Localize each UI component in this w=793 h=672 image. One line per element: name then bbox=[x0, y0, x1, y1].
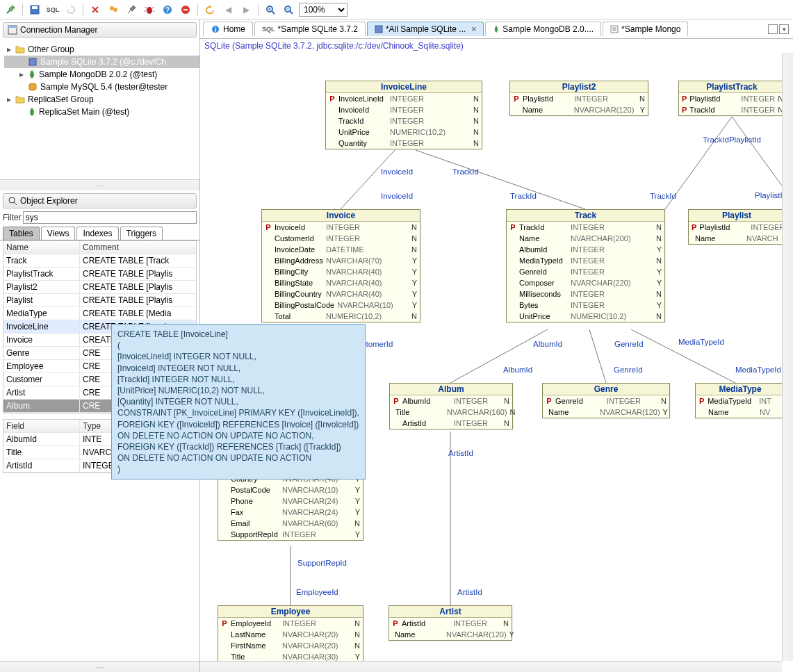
tree-toggle-icon[interactable]: ▸ bbox=[18, 69, 25, 79]
er-table-playlisttrack[interactable]: PlaylistTrackPPlaylistIdINTEGERNPTrackId… bbox=[678, 81, 785, 116]
svg-line-25 bbox=[450, 329, 548, 383]
refresh-icon[interactable] bbox=[63, 2, 79, 17]
er-column: PTrackIdINTEGERN bbox=[507, 222, 664, 233]
edge-label: MediaTypeId bbox=[735, 366, 781, 374]
zoom-out-icon[interactable] bbox=[281, 2, 296, 17]
er-table-invoiceline[interactable]: InvoiceLinePInvoiceLineIdINTEGERNInvoice… bbox=[325, 81, 482, 149]
edge-label: GenreId bbox=[614, 340, 644, 348]
svg-line-23 bbox=[732, 117, 785, 190]
table-row[interactable]: Playlist2CREATE TABLE [Playlis bbox=[3, 281, 196, 294]
editor-tab[interactable]: SQL*Sample SQLite 3.7.2 bbox=[254, 22, 366, 36]
er-table-track[interactable]: TrackPTrackIdINTEGERNNameNVARCHAR(200)NA… bbox=[506, 209, 665, 322]
er-column: PEmployeeIdINTEGERN bbox=[218, 618, 363, 629]
plug-icon[interactable] bbox=[3, 2, 18, 17]
explorer-scrollbar-h[interactable]: ··· bbox=[0, 661, 199, 672]
diagram-scrollbar-h[interactable] bbox=[200, 661, 782, 672]
svg-rect-12 bbox=[8, 26, 17, 28]
explorer-tab-indexes[interactable]: Indexes bbox=[76, 227, 118, 240]
er-column: PhoneNVARCHAR(24)Y bbox=[218, 495, 363, 507]
er-table-mediatype[interactable]: MediaTypePMediaTypeIdINTNameNV bbox=[695, 383, 785, 418]
editor-tab[interactable]: iHome bbox=[203, 22, 253, 36]
col-comment[interactable]: Comment bbox=[80, 241, 196, 254]
sql-tooltip: CREATE TABLE [InvoiceLine] ( [InvoiceLin… bbox=[111, 324, 366, 480]
er-table-playlist[interactable]: PlaylistPPlaylistIdINTEGERNNameNVARCH bbox=[688, 209, 785, 245]
tree-label: Other Group bbox=[28, 44, 74, 54]
save-icon[interactable] bbox=[27, 2, 42, 17]
close-icon[interactable]: × bbox=[471, 24, 476, 34]
tree-toggle-icon[interactable]: ▸ bbox=[6, 95, 13, 104]
er-table-invoice[interactable]: InvoicePInvoiceIdINTEGERNCustomerIdINTEG… bbox=[261, 209, 420, 322]
edge-label: AlbumId bbox=[533, 340, 562, 348]
folder-icon bbox=[15, 95, 25, 104]
er-table-playlist2[interactable]: Playlist2PPlaylistIdINTEGERNNameNVARCHAR… bbox=[509, 81, 648, 116]
connection-manager-title: Connection Manager bbox=[20, 25, 97, 35]
mongo-icon bbox=[28, 107, 36, 117]
editor-tab[interactable]: Sample MongoDB 2.0.... bbox=[485, 22, 601, 36]
table-row[interactable]: PlaylistTrackCREATE TABLE [Playlis bbox=[3, 268, 196, 281]
tree-node[interactable]: Sample MySQL 5.4 (tester@tester bbox=[4, 81, 199, 93]
tree-toggle-icon[interactable]: ▸ bbox=[6, 44, 13, 54]
tree-node[interactable]: Sample SQLite 3.7.2 (@c:/dev/Ch bbox=[4, 56, 199, 68]
er-table-genre[interactable]: GenrePGenreIdINTEGERNNameNVARCHAR(120)Y bbox=[542, 383, 670, 418]
col-field[interactable]: Field bbox=[3, 420, 80, 432]
undo-icon[interactable] bbox=[202, 2, 218, 17]
sqlite-icon bbox=[375, 25, 383, 33]
tree-scrollbar-h[interactable]: ··· bbox=[0, 179, 199, 190]
editor-tab[interactable]: *All Sample SQLite ...× bbox=[367, 22, 484, 36]
help-icon[interactable]: ? bbox=[160, 2, 175, 17]
tree-label: Sample MySQL 5.4 (tester@tester bbox=[40, 82, 167, 92]
tree-node[interactable]: ReplicaSet Main (@test) bbox=[4, 106, 199, 118]
mongo-icon bbox=[493, 25, 500, 33]
explorer-tab-tables[interactable]: Tables bbox=[3, 227, 40, 240]
editor-tab[interactable]: *Sample Mongo bbox=[603, 22, 688, 36]
tree-node[interactable]: ▸Sample MongoDB 2.0.2 (@test) bbox=[4, 68, 199, 81]
tree-label: ReplicaSet Main (@test) bbox=[39, 107, 129, 117]
filter-input[interactable] bbox=[23, 211, 197, 224]
explorer-tab-views[interactable]: Views bbox=[41, 227, 76, 240]
er-table-artist[interactable]: ArtistPArtistIdINTEGERNNameNVARCHAR(120)… bbox=[389, 605, 512, 641]
svg-line-26 bbox=[589, 329, 606, 383]
edge-label: EmployeeId bbox=[296, 588, 338, 596]
er-table-title: PlaylistTrack bbox=[679, 81, 785, 93]
tree-node[interactable]: ▸ReplicaSet Group bbox=[4, 93, 199, 106]
er-table-album[interactable]: AlbumPAlbumIdINTEGERNTitleNVARCHAR(160)N… bbox=[389, 383, 513, 429]
tree-label: Sample MongoDB 2.0.2 (@test) bbox=[39, 69, 157, 79]
bug-icon[interactable] bbox=[142, 2, 157, 17]
table-row[interactable]: MediaTypeCREATE TABLE [Media bbox=[3, 307, 196, 320]
tab-menu-icon[interactable] bbox=[779, 24, 789, 34]
cut-icon[interactable] bbox=[88, 2, 103, 17]
sql-icon[interactable]: SQL bbox=[45, 2, 60, 17]
er-column: TotalNUMERIC(10,2)N bbox=[262, 311, 420, 322]
table-row[interactable]: TrackCREATE TABLE [Track bbox=[3, 254, 196, 268]
tools-icon[interactable] bbox=[124, 2, 139, 17]
zoom-in-icon[interactable] bbox=[263, 2, 278, 17]
er-column: NameNVARCHAR(120)Y bbox=[389, 629, 512, 640]
nav-next-icon[interactable]: ▶ bbox=[238, 2, 254, 17]
users-icon[interactable] bbox=[106, 2, 121, 17]
filter-label: Filter bbox=[3, 213, 22, 222]
edge-label: TrackIdPlaylistId bbox=[703, 136, 761, 144]
connection-tree[interactable]: ▸Other GroupSample SQLite 3.7.2 (@c:/dev… bbox=[0, 40, 199, 179]
minimize-tab-icon[interactable] bbox=[768, 24, 778, 34]
svg-point-3 bbox=[113, 8, 117, 12]
toolbar-separator bbox=[22, 3, 23, 16]
tree-node[interactable]: ▸Other Group bbox=[4, 43, 199, 56]
edge-label: TrackId bbox=[510, 192, 537, 200]
svg-line-20 bbox=[341, 150, 395, 209]
panel-icon bbox=[8, 25, 17, 35]
mongo-icon bbox=[28, 69, 36, 79]
diagram-scrollbar-v[interactable] bbox=[782, 53, 793, 661]
nav-prev-icon[interactable]: ◀ bbox=[220, 2, 236, 17]
explorer-tabs: TablesViewsIndexesTriggers bbox=[0, 227, 199, 240]
explorer-tab-triggers[interactable]: Triggers bbox=[120, 227, 163, 240]
er-column: BytesINTEGERY bbox=[507, 300, 664, 311]
zoom-select[interactable]: 100% bbox=[299, 3, 348, 17]
stop-icon[interactable] bbox=[178, 2, 193, 17]
table-row[interactable]: PlaylistCREATE TABLE [Playlis bbox=[3, 294, 196, 307]
er-table-title: Genre bbox=[543, 384, 669, 395]
editor-tab-label: *Sample SQLite 3.7.2 bbox=[278, 24, 358, 34]
col-name[interactable]: Name bbox=[3, 241, 80, 254]
object-explorer-header: Object Explorer bbox=[3, 193, 197, 208]
er-column: PInvoiceIdINTEGERN bbox=[262, 222, 420, 233]
er-table-title: Track bbox=[507, 210, 664, 222]
